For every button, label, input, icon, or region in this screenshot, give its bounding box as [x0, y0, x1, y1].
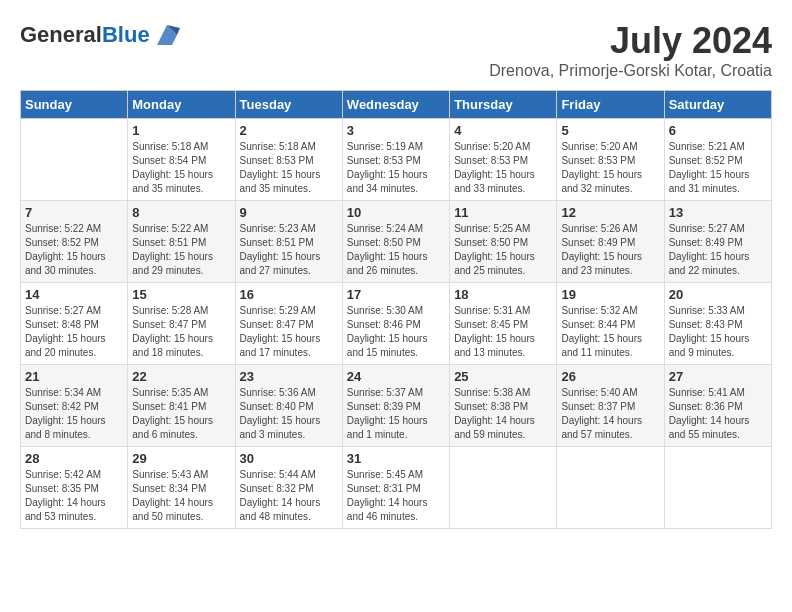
calendar-cell: 28Sunrise: 5:42 AMSunset: 8:35 PMDayligh…: [21, 447, 128, 529]
day-info: Sunrise: 5:20 AMSunset: 8:53 PMDaylight:…: [454, 140, 552, 196]
day-number: 24: [347, 369, 445, 384]
day-number: 8: [132, 205, 230, 220]
day-info: Sunrise: 5:40 AMSunset: 8:37 PMDaylight:…: [561, 386, 659, 442]
day-number: 7: [25, 205, 123, 220]
calendar-cell: 26Sunrise: 5:40 AMSunset: 8:37 PMDayligh…: [557, 365, 664, 447]
day-info: Sunrise: 5:32 AMSunset: 8:44 PMDaylight:…: [561, 304, 659, 360]
day-number: 14: [25, 287, 123, 302]
calendar-cell: 13Sunrise: 5:27 AMSunset: 8:49 PMDayligh…: [664, 201, 771, 283]
col-wednesday: Wednesday: [342, 91, 449, 119]
calendar-cell: 29Sunrise: 5:43 AMSunset: 8:34 PMDayligh…: [128, 447, 235, 529]
calendar-cell: [450, 447, 557, 529]
calendar-week-row: 7Sunrise: 5:22 AMSunset: 8:52 PMDaylight…: [21, 201, 772, 283]
calendar-cell: 15Sunrise: 5:28 AMSunset: 8:47 PMDayligh…: [128, 283, 235, 365]
calendar-cell: 31Sunrise: 5:45 AMSunset: 8:31 PMDayligh…: [342, 447, 449, 529]
col-thursday: Thursday: [450, 91, 557, 119]
day-number: 23: [240, 369, 338, 384]
day-number: 25: [454, 369, 552, 384]
day-number: 1: [132, 123, 230, 138]
calendar-cell: 12Sunrise: 5:26 AMSunset: 8:49 PMDayligh…: [557, 201, 664, 283]
day-info: Sunrise: 5:41 AMSunset: 8:36 PMDaylight:…: [669, 386, 767, 442]
calendar-cell: 1Sunrise: 5:18 AMSunset: 8:54 PMDaylight…: [128, 119, 235, 201]
day-info: Sunrise: 5:36 AMSunset: 8:40 PMDaylight:…: [240, 386, 338, 442]
day-info: Sunrise: 5:30 AMSunset: 8:46 PMDaylight:…: [347, 304, 445, 360]
calendar-week-row: 21Sunrise: 5:34 AMSunset: 8:42 PMDayligh…: [21, 365, 772, 447]
day-info: Sunrise: 5:23 AMSunset: 8:51 PMDaylight:…: [240, 222, 338, 278]
calendar-cell: 9Sunrise: 5:23 AMSunset: 8:51 PMDaylight…: [235, 201, 342, 283]
day-number: 29: [132, 451, 230, 466]
day-number: 27: [669, 369, 767, 384]
day-info: Sunrise: 5:37 AMSunset: 8:39 PMDaylight:…: [347, 386, 445, 442]
calendar-cell: 10Sunrise: 5:24 AMSunset: 8:50 PMDayligh…: [342, 201, 449, 283]
col-saturday: Saturday: [664, 91, 771, 119]
day-info: Sunrise: 5:27 AMSunset: 8:48 PMDaylight:…: [25, 304, 123, 360]
calendar-cell: 25Sunrise: 5:38 AMSunset: 8:38 PMDayligh…: [450, 365, 557, 447]
calendar-cell: 3Sunrise: 5:19 AMSunset: 8:53 PMDaylight…: [342, 119, 449, 201]
day-number: 9: [240, 205, 338, 220]
calendar-cell: 18Sunrise: 5:31 AMSunset: 8:45 PMDayligh…: [450, 283, 557, 365]
day-number: 12: [561, 205, 659, 220]
calendar-cell: 23Sunrise: 5:36 AMSunset: 8:40 PMDayligh…: [235, 365, 342, 447]
day-info: Sunrise: 5:26 AMSunset: 8:49 PMDaylight:…: [561, 222, 659, 278]
day-number: 13: [669, 205, 767, 220]
day-number: 26: [561, 369, 659, 384]
calendar-cell: 30Sunrise: 5:44 AMSunset: 8:32 PMDayligh…: [235, 447, 342, 529]
calendar-cell: 2Sunrise: 5:18 AMSunset: 8:53 PMDaylight…: [235, 119, 342, 201]
day-info: Sunrise: 5:35 AMSunset: 8:41 PMDaylight:…: [132, 386, 230, 442]
day-info: Sunrise: 5:18 AMSunset: 8:54 PMDaylight:…: [132, 140, 230, 196]
day-info: Sunrise: 5:45 AMSunset: 8:31 PMDaylight:…: [347, 468, 445, 524]
day-number: 18: [454, 287, 552, 302]
day-number: 31: [347, 451, 445, 466]
day-number: 15: [132, 287, 230, 302]
day-info: Sunrise: 5:19 AMSunset: 8:53 PMDaylight:…: [347, 140, 445, 196]
day-info: Sunrise: 5:38 AMSunset: 8:38 PMDaylight:…: [454, 386, 552, 442]
calendar-cell: 5Sunrise: 5:20 AMSunset: 8:53 PMDaylight…: [557, 119, 664, 201]
day-number: 10: [347, 205, 445, 220]
location-subtitle: Drenova, Primorje-Gorski Kotar, Croatia: [489, 62, 772, 80]
calendar-cell: 19Sunrise: 5:32 AMSunset: 8:44 PMDayligh…: [557, 283, 664, 365]
day-number: 30: [240, 451, 338, 466]
calendar-cell: [21, 119, 128, 201]
day-info: Sunrise: 5:31 AMSunset: 8:45 PMDaylight:…: [454, 304, 552, 360]
calendar-cell: 17Sunrise: 5:30 AMSunset: 8:46 PMDayligh…: [342, 283, 449, 365]
calendar-cell: 6Sunrise: 5:21 AMSunset: 8:52 PMDaylight…: [664, 119, 771, 201]
calendar-cell: 11Sunrise: 5:25 AMSunset: 8:50 PMDayligh…: [450, 201, 557, 283]
title-section: July 2024 Drenova, Primorje-Gorski Kotar…: [489, 20, 772, 80]
day-info: Sunrise: 5:33 AMSunset: 8:43 PMDaylight:…: [669, 304, 767, 360]
calendar-week-row: 1Sunrise: 5:18 AMSunset: 8:54 PMDaylight…: [21, 119, 772, 201]
col-tuesday: Tuesday: [235, 91, 342, 119]
day-info: Sunrise: 5:18 AMSunset: 8:53 PMDaylight:…: [240, 140, 338, 196]
logo-general-text: General: [20, 22, 102, 47]
day-number: 19: [561, 287, 659, 302]
calendar-week-row: 28Sunrise: 5:42 AMSunset: 8:35 PMDayligh…: [21, 447, 772, 529]
day-info: Sunrise: 5:29 AMSunset: 8:47 PMDaylight:…: [240, 304, 338, 360]
day-info: Sunrise: 5:22 AMSunset: 8:52 PMDaylight:…: [25, 222, 123, 278]
calendar-cell: 22Sunrise: 5:35 AMSunset: 8:41 PMDayligh…: [128, 365, 235, 447]
day-number: 22: [132, 369, 230, 384]
day-info: Sunrise: 5:44 AMSunset: 8:32 PMDaylight:…: [240, 468, 338, 524]
logo-icon: [152, 20, 182, 50]
calendar-week-row: 14Sunrise: 5:27 AMSunset: 8:48 PMDayligh…: [21, 283, 772, 365]
logo: GeneralBlue: [20, 20, 182, 50]
calendar-table: Sunday Monday Tuesday Wednesday Thursday…: [20, 90, 772, 529]
calendar-cell: 8Sunrise: 5:22 AMSunset: 8:51 PMDaylight…: [128, 201, 235, 283]
day-info: Sunrise: 5:25 AMSunset: 8:50 PMDaylight:…: [454, 222, 552, 278]
day-info: Sunrise: 5:43 AMSunset: 8:34 PMDaylight:…: [132, 468, 230, 524]
day-info: Sunrise: 5:42 AMSunset: 8:35 PMDaylight:…: [25, 468, 123, 524]
calendar-cell: 27Sunrise: 5:41 AMSunset: 8:36 PMDayligh…: [664, 365, 771, 447]
day-info: Sunrise: 5:21 AMSunset: 8:52 PMDaylight:…: [669, 140, 767, 196]
calendar-cell: [557, 447, 664, 529]
day-info: Sunrise: 5:24 AMSunset: 8:50 PMDaylight:…: [347, 222, 445, 278]
day-number: 5: [561, 123, 659, 138]
calendar-cell: 20Sunrise: 5:33 AMSunset: 8:43 PMDayligh…: [664, 283, 771, 365]
calendar-cell: 24Sunrise: 5:37 AMSunset: 8:39 PMDayligh…: [342, 365, 449, 447]
day-number: 17: [347, 287, 445, 302]
day-number: 6: [669, 123, 767, 138]
day-number: 20: [669, 287, 767, 302]
calendar-cell: 21Sunrise: 5:34 AMSunset: 8:42 PMDayligh…: [21, 365, 128, 447]
day-number: 16: [240, 287, 338, 302]
day-info: Sunrise: 5:22 AMSunset: 8:51 PMDaylight:…: [132, 222, 230, 278]
day-number: 21: [25, 369, 123, 384]
calendar-cell: 16Sunrise: 5:29 AMSunset: 8:47 PMDayligh…: [235, 283, 342, 365]
day-number: 4: [454, 123, 552, 138]
